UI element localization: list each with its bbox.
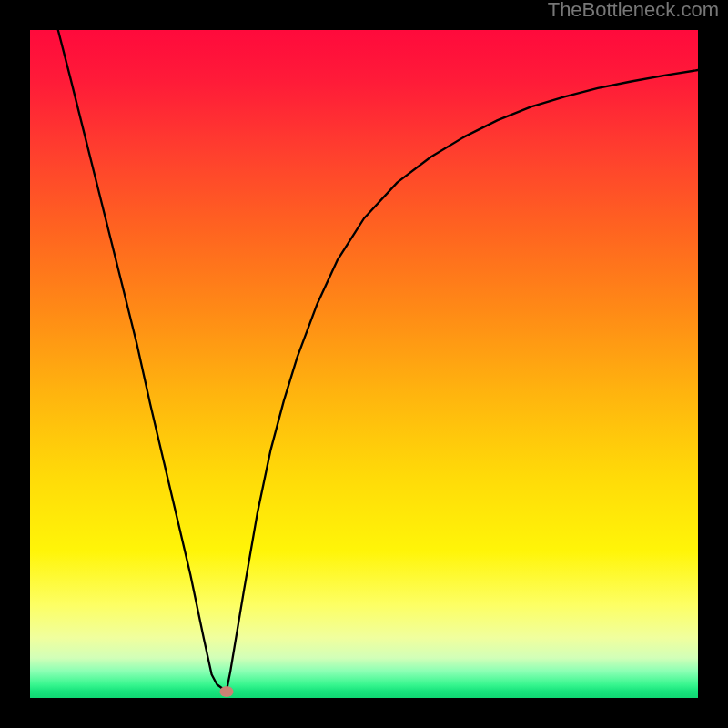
plot-area: [30, 30, 698, 698]
curve-svg: [30, 30, 698, 698]
watermark-text: TheBottleneck.com: [548, 0, 719, 22]
chart-frame: TheBottleneck.com: [0, 0, 728, 728]
optimal-point-marker: [219, 686, 233, 697]
bottleneck-curve: [58, 30, 698, 692]
